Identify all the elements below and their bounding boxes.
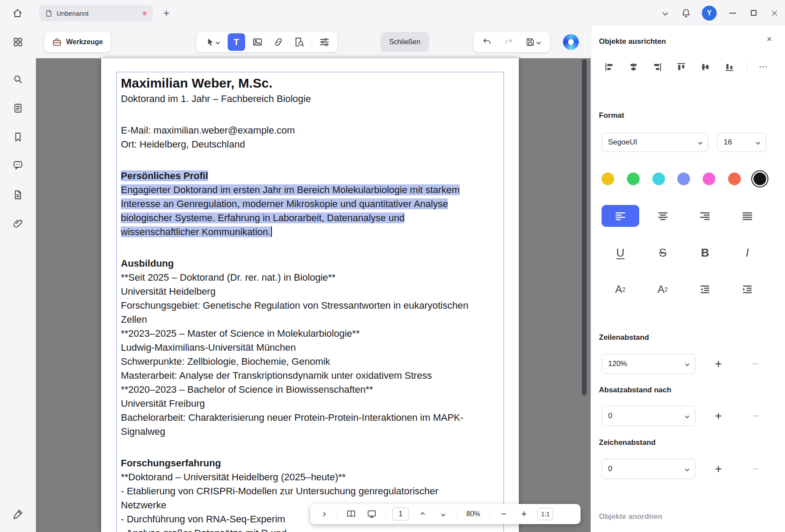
underline-button[interactable]: U [602,242,639,264]
character-spacing-decrease-button[interactable]: − [747,460,764,478]
strikethrough-button[interactable]: S [644,242,682,264]
panel-close-button[interactable]: × [762,32,776,46]
user-avatar[interactable]: Y [702,6,717,21]
paragraph-spacing-dropdown[interactable]: 0 [602,406,695,426]
close-icon [771,10,778,17]
text-tool-icon: T [234,37,239,47]
bookmark-icon [13,132,23,142]
increase-indent-button[interactable] [729,278,766,300]
subscript-button[interactable]: A2 [644,278,682,300]
font-color-swatch[interactable] [703,173,715,185]
chevron-down-icon [215,40,220,44]
text-align-left-button[interactable] [602,205,639,227]
character-spacing-dropdown[interactable]: 0 [602,459,695,479]
actual-size-button[interactable]: 1:1 [538,508,553,520]
text-align-justify-icon [741,211,753,221]
page-number-input[interactable]: 1 [392,507,409,521]
text-align-center-button[interactable] [644,205,682,227]
align-objects-bottom-button[interactable] [723,61,736,73]
cursor-icon [206,38,215,46]
font-color-swatch[interactable] [652,173,665,185]
select-tool-button[interactable] [201,33,224,51]
font-color-swatch[interactable] [677,173,690,185]
italic-button[interactable]: I [729,242,766,264]
zoom-in-button[interactable]: + [517,507,531,521]
font-color-swatch[interactable] [728,173,741,185]
font-family-dropdown[interactable]: SegoeUI [602,133,708,152]
vertical-scrollbar[interactable] [582,59,587,395]
next-page-button[interactable] [436,507,450,521]
align-objects-left-button[interactable] [603,61,616,73]
undo-button[interactable] [479,34,496,50]
notifications-button[interactable] [676,4,697,23]
ai-assistant-button[interactable] [563,34,579,50]
sidebar-attachments-button[interactable] [8,214,28,233]
sidebar-apps-button[interactable] [8,32,28,52]
home-button[interactable] [8,4,27,22]
save-button[interactable] [521,34,545,50]
tools-menu-button[interactable]: Werkzeuge [44,32,111,52]
align-objects-center-button[interactable] [627,61,640,73]
paragraph-spacing-increase-button[interactable]: + [710,407,727,425]
ocr-tool-button[interactable] [291,33,308,51]
align-objects-right-button[interactable] [651,61,663,73]
sidebar-search-button[interactable] [8,70,28,89]
font-size-dropdown[interactable]: 16 [717,133,766,152]
superscript-button[interactable]: A2 [602,278,639,300]
document-text-line: Forschungsgebiet: Genetische Regulation … [121,299,481,327]
text-align-justify-button[interactable] [729,205,766,227]
divider [747,62,747,72]
line-spacing-decrease-button[interactable]: − [747,355,764,373]
properties-tool-button[interactable] [316,33,333,51]
decrease-indent-button[interactable] [686,278,724,300]
new-tab-button[interactable]: + [158,5,174,21]
redo-button[interactable] [500,34,517,50]
collapse-toolbar-button[interactable] [655,4,676,23]
line-spacing-dropdown[interactable]: 120% [602,354,695,374]
chevron-down-icon [685,414,690,418]
document-text-line: Schwerpunkte: Zellbiologie, Biochemie, G… [121,355,481,369]
more-align-options-button[interactable]: ··· [759,63,768,71]
document-tab[interactable]: Unbenannt [39,5,153,21]
document-text-line: **2023–2025 – Master of Science in Molek… [121,327,481,341]
add-image-tool-button[interactable] [249,33,266,51]
sidebar-comments-button[interactable] [8,155,28,175]
presentation-mode-button[interactable] [365,507,379,521]
document-text-line: **Seit 2025 – Doktorand (Dr. rer. nat.) … [121,271,481,285]
align-objects-middle-button[interactable] [699,61,711,73]
two-page-view-button[interactable] [344,507,358,521]
sidebar-bookmarks-button[interactable] [8,127,28,147]
align-center-horizontal-icon [629,62,638,72]
font-color-swatch[interactable] [627,173,640,185]
expand-nav-button[interactable] [317,507,331,521]
align-objects-top-button[interactable] [675,61,687,73]
line-spacing-label: Zeilenabstand [599,333,649,342]
window-maximize-button[interactable] [743,4,764,23]
font-color-swatch[interactable] [602,173,614,185]
document-name-heading: Maximilian Weber, M.Sc. [121,74,481,92]
format-section-label: Format [599,111,624,120]
font-color-swatch[interactable] [753,173,766,185]
window-close-button[interactable] [764,4,785,23]
zoom-out-button[interactable]: − [496,507,510,521]
text-align-right-button[interactable] [686,205,724,227]
line-spacing-increase-button[interactable]: + [710,355,727,373]
add-link-tool-button[interactable] [270,33,287,51]
close-edit-mode-button[interactable]: Schließen [380,32,429,52]
paragraph-spacing-decrease-button[interactable]: − [747,407,764,425]
previous-page-button[interactable] [415,507,429,521]
text-edit-box[interactable]: Maximilian Weber, M.Sc. Doktorand im 1. … [116,72,504,532]
line-spacing-value: 120% [608,359,627,368]
document-subtitle: Doktorand im 1. Jahr – Fachbereich Biolo… [121,92,481,106]
sidebar-signature-button[interactable] [8,504,28,524]
window-minimize-button[interactable] [722,4,743,23]
character-spacing-increase-button[interactable]: + [710,460,727,478]
sidebar-pages-button[interactable] [8,99,28,118]
bold-button[interactable]: B [686,242,724,264]
zoom-level-value[interactable]: 80% [464,510,483,518]
add-text-tool-button[interactable]: T [228,33,245,51]
document-location-line: Ort: Heidelberg, Deutschland [121,137,481,151]
font-color-row [602,173,766,185]
sidebar-file-button[interactable] [8,185,28,204]
chevron-right-icon [321,512,326,516]
